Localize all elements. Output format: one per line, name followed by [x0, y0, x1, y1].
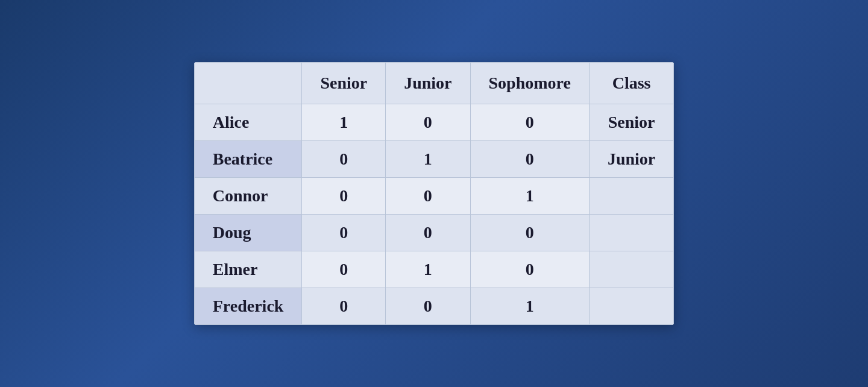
table-row: Frederick001 — [194, 288, 674, 325]
table-row: Beatrice010Junior — [194, 141, 674, 178]
cell-name: Alice — [194, 104, 302, 141]
cell-sophomore: 1 — [470, 288, 589, 325]
cell-sophomore: 1 — [470, 178, 589, 215]
header-name — [194, 63, 302, 104]
cell-sophomore: 0 — [470, 215, 589, 251]
header-row: Senior Junior Sophomore Class — [194, 63, 674, 104]
cell-name: Doug — [194, 215, 302, 251]
table-row: Connor001 — [194, 178, 674, 215]
cell-senior: 1 — [302, 104, 386, 141]
cell-class: Junior — [589, 141, 673, 178]
table-row: Alice100Senior — [194, 104, 674, 141]
header-sophomore: Sophomore — [470, 63, 589, 104]
data-table: Senior Junior Sophomore Class Alice100Se… — [194, 62, 675, 325]
table-row: Elmer010 — [194, 251, 674, 288]
cell-sophomore: 0 — [470, 104, 589, 141]
cell-junior: 0 — [386, 178, 470, 215]
table-row: Doug000 — [194, 215, 674, 251]
cell-name: Beatrice — [194, 141, 302, 178]
header-junior: Junior — [386, 63, 470, 104]
cell-junior: 1 — [386, 141, 470, 178]
cell-senior: 0 — [302, 288, 386, 325]
cell-junior: 1 — [386, 251, 470, 288]
cell-senior: 0 — [302, 215, 386, 251]
cell-senior: 0 — [302, 178, 386, 215]
cell-senior: 0 — [302, 251, 386, 288]
cell-sophomore: 0 — [470, 141, 589, 178]
cell-senior: 0 — [302, 141, 386, 178]
cell-junior: 0 — [386, 104, 470, 141]
header-senior: Senior — [302, 63, 386, 104]
cell-class — [589, 288, 673, 325]
cell-name: Connor — [194, 178, 302, 215]
cell-class — [589, 215, 673, 251]
cell-class — [589, 178, 673, 215]
cell-sophomore: 0 — [470, 251, 589, 288]
cell-name: Elmer — [194, 251, 302, 288]
cell-junior: 0 — [386, 215, 470, 251]
cell-junior: 0 — [386, 288, 470, 325]
header-class: Class — [589, 63, 673, 104]
cell-name: Frederick — [194, 288, 302, 325]
cell-class: Senior — [589, 104, 673, 141]
cell-class — [589, 251, 673, 288]
